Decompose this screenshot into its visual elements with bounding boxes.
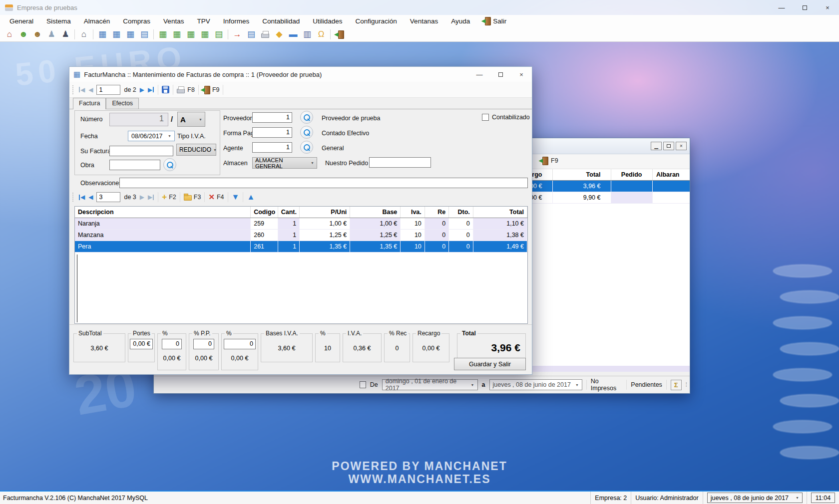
purchase-invoices-icon[interactable]: ▤ [138, 28, 151, 41]
proveedor-code-input[interactable]: 1 [252, 112, 292, 123]
customers-icon[interactable]: ♟ [45, 28, 58, 41]
side-minimize-icon[interactable]: ▁ [651, 142, 662, 150]
first-record-button[interactable]: ◀ [78, 86, 85, 93]
add-line-button[interactable]: + F2 [162, 192, 176, 202]
agents-icon[interactable]: ♟ [59, 28, 72, 41]
almacen-combo[interactable]: ALMACEN GENERAL ▼ [252, 157, 317, 169]
exit-icon[interactable] [333, 28, 346, 41]
menu-item-configuracion[interactable]: Configuración [349, 17, 404, 25]
fecha-picker[interactable]: 08/06/2017 ▼ [128, 131, 175, 141]
sales-invoices-icon[interactable]: ▦ [198, 28, 211, 41]
column-header-dto-[interactable]: Dto. [449, 207, 473, 218]
pct1-input[interactable]: 0 [162, 339, 182, 349]
dialog-close-icon[interactable]: × [511, 67, 532, 82]
close-icon[interactable]: × [816, 0, 839, 15]
side-close-icon[interactable]: × [676, 142, 687, 150]
column-header-re[interactable]: Re [424, 207, 449, 218]
menu-item-compras[interactable]: Compras [116, 17, 157, 25]
lines-next-button[interactable]: ▶ [140, 194, 144, 201]
column-header-codigo[interactable]: Codigo [251, 207, 278, 218]
menu-item-utilidades[interactable]: Utilidades [306, 17, 349, 25]
nuestro-pedido-input[interactable] [369, 157, 431, 168]
obra-input[interactable] [109, 160, 160, 170]
menu-item-sistema[interactable]: Sistema [40, 17, 77, 25]
column-header-iva-[interactable]: Iva. [401, 207, 425, 218]
menu-item-tpv[interactable]: TPV [190, 17, 216, 25]
sales-orders-icon[interactable]: ▦ [170, 28, 183, 41]
column-header-cant-[interactable]: Cant. [278, 207, 299, 218]
minimize-icon[interactable]: — [770, 0, 793, 15]
menu-item-general[interactable]: General [3, 17, 40, 25]
proveedor-search-button[interactable] [300, 111, 313, 124]
purchase-orders-icon[interactable]: ▦ [110, 28, 123, 41]
exit-button[interactable]: F9 [202, 86, 220, 94]
warehouse-icon[interactable]: ⌂ [77, 28, 90, 41]
forma-pago-search-button[interactable] [300, 126, 313, 139]
menu-item-ventanas[interactable]: Ventanas [404, 17, 444, 25]
agente-search-button[interactable] [300, 141, 313, 154]
fax-icon[interactable]: ▥ [301, 28, 314, 41]
print-icon[interactable] [259, 28, 272, 41]
guardar-salir-button[interactable]: Guardar y Salir [454, 358, 526, 370]
next-record-button[interactable]: ▶ [140, 86, 144, 93]
su-factura-input[interactable] [109, 146, 173, 156]
portes-input[interactable]: 0,00 € [130, 339, 153, 349]
purchase-deliveries-icon[interactable]: ▦ [124, 28, 137, 41]
last-record-button[interactable]: ▶ [148, 86, 154, 93]
table-row[interactable]: Manzana26011,25 €1,25 €10001,38 € [75, 229, 527, 241]
observaciones-input[interactable] [119, 178, 528, 188]
tab-factura[interactable]: Factura [73, 98, 106, 109]
prev-record-button[interactable]: ◀ [88, 86, 93, 93]
tipo-iva-combo[interactable]: REDUCIDO ▼ [176, 144, 216, 156]
pct2-input[interactable]: 0 [224, 339, 256, 349]
no-impresos-button[interactable]: No Impresos [591, 378, 623, 392]
column-header-albaran[interactable]: Albaran [652, 169, 690, 180]
sales-budgets-icon[interactable]: ▦ [156, 28, 169, 41]
status-fecha[interactable]: jueves , 08 de junio de 2017 ▼ [703, 492, 807, 504]
delete-line-button[interactable]: ✕ F4 [208, 193, 224, 202]
date-from-picker[interactable]: domingo , 01 de enero de 2017 ▼ [382, 379, 478, 390]
company-icon[interactable]: ⌂ [3, 28, 16, 41]
suppliers-icon[interactable]: ☻ [31, 28, 44, 41]
side-exit-button[interactable]: F9 [540, 157, 558, 165]
labels-icon[interactable]: ◆ [273, 28, 286, 41]
column-header-pedido[interactable]: Pedido [611, 169, 652, 180]
menu-item-informes[interactable]: Informes [217, 17, 256, 25]
side-restore-icon[interactable] [663, 142, 674, 150]
print-button[interactable]: F8 [177, 86, 195, 93]
menu-item-almacen[interactable]: Almacén [77, 17, 117, 25]
dialog-minimize-icon[interactable]: — [469, 67, 490, 82]
contabilizado-checkbox[interactable] [482, 114, 489, 121]
alerts-icon[interactable]: Ω [315, 28, 328, 41]
move-down-button[interactable]: ▼ [232, 193, 240, 202]
cards-icon[interactable]: ▬ [287, 28, 300, 41]
obra-search-button[interactable] [163, 158, 176, 171]
record-number-input[interactable]: 1 [96, 85, 120, 95]
sales-tickets-icon[interactable]: ▤ [212, 28, 225, 41]
dialog-maximize-icon[interactable] [490, 67, 511, 82]
table-row[interactable]: Naranja25911,00 €1,00 €10001,10 € [75, 218, 527, 229]
date-to-picker[interactable]: jueves , 08 de junio de 2017 ▼ [489, 379, 582, 390]
menu-item-ventas[interactable]: Ventas [157, 17, 190, 25]
lines-first-button[interactable]: ◀ [78, 194, 85, 201]
menu-item-ayuda[interactable]: Ayuda [444, 17, 476, 25]
pp-input[interactable]: 0 [193, 339, 214, 349]
serie-combo[interactable]: A ▼ [177, 112, 205, 127]
column-header-descripcion[interactable]: Descripcion [75, 207, 251, 218]
column-header-p-uni[interactable]: P/Uni [300, 207, 350, 218]
lines-prev-button[interactable]: ◀ [88, 194, 93, 201]
save-icon[interactable] [162, 86, 169, 93]
move-up-button[interactable]: ▲ [247, 193, 255, 202]
menu-item-salir[interactable]: Salir [476, 17, 513, 25]
users-icon[interactable]: ☻ [17, 28, 30, 41]
tab-efectos[interactable]: Efectos [106, 98, 139, 109]
pos-icon[interactable]: → [231, 28, 244, 41]
sales-deliveries-icon[interactable]: ▦ [184, 28, 197, 41]
column-header-total[interactable]: Total [473, 207, 527, 218]
menu-item-contabilidad[interactable]: Contabilidad [256, 17, 306, 25]
column-header-total[interactable]: Total [552, 169, 611, 180]
sum-button[interactable]: Σ [671, 380, 682, 390]
maximize-icon[interactable] [793, 0, 816, 15]
forma-pago-code-input[interactable]: 1 [252, 127, 292, 138]
pendientes-button[interactable]: Pendientes [631, 381, 662, 388]
